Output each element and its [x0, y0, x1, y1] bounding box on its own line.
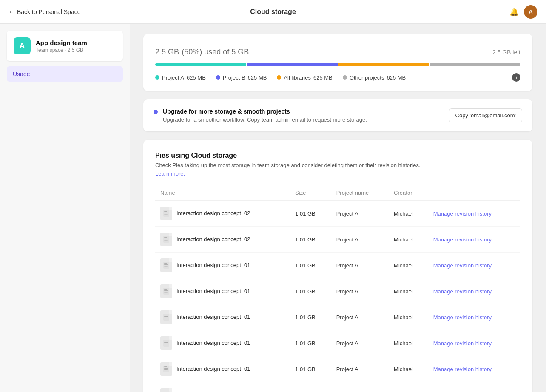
cell-action: Manage revision history — [428, 253, 520, 278]
notification-bell-icon[interactable]: 🔔 — [509, 7, 519, 17]
upgrade-banner: Upgrade for more storage & smooth projec… — [143, 99, 532, 131]
manage-revision-link[interactable]: Manage revision history — [433, 340, 492, 347]
storage-gb-value: 2.5 GB — [155, 48, 179, 56]
storage-used-text: 2.5 GB (50%) used of 5 GB — [155, 46, 249, 57]
legend-item-libraries: All libraries 625 MB — [277, 74, 332, 81]
svg-rect-1 — [164, 211, 167, 212]
sidebar-item-usage[interactable]: Usage — [7, 66, 123, 82]
svg-rect-27 — [164, 369, 168, 370]
legend-dot-libraries — [277, 75, 281, 80]
progress-segment-libraries — [338, 63, 429, 66]
table-row: Interaction design concept_01 1.01 GB Pr… — [155, 304, 520, 330]
team-sub: Team space · 2.5 GB — [36, 47, 87, 53]
manage-revision-link[interactable]: Manage revision history — [433, 314, 492, 321]
sidebar-item-usage-label: Usage — [13, 71, 30, 77]
manage-revision-link[interactable]: Manage revision history — [433, 210, 492, 217]
legend-dot-other — [343, 75, 347, 80]
main-content: 2.5 GB (50%) used of 5 GB 2.5 GB left Pr… — [130, 24, 546, 392]
pies-table-card: Pies using Cloud storage Check Pies taki… — [143, 140, 532, 392]
cell-creator: Michael — [389, 253, 428, 278]
legend-size-other: 625 MB — [387, 74, 406, 81]
svg-rect-18 — [164, 316, 168, 317]
cell-name: Interaction design — [155, 382, 290, 392]
file-icon — [160, 310, 172, 324]
cell-action: Manage revision history — [428, 330, 520, 356]
cell-size: 1.01 GB — [290, 201, 331, 227]
manage-revision-link[interactable]: Manage revision history — [433, 236, 492, 243]
storage-summary-card: 2.5 GB (50%) used of 5 GB 2.5 GB left Pr… — [143, 34, 532, 91]
file-cell: Interaction design concept_01 — [160, 284, 285, 298]
manage-revision-link[interactable]: Manage revision history — [433, 288, 492, 295]
file-svg-icon — [163, 366, 169, 372]
cell-name: Interaction design concept_02 — [155, 227, 290, 253]
team-info: App design team Team space · 2.5 GB — [36, 39, 87, 53]
progress-segment-other — [430, 63, 520, 66]
copy-email-button[interactable]: Copy 'email@email.com' — [449, 108, 522, 122]
upgrade-content: Upgrade for more storage & smooth projec… — [154, 108, 367, 123]
file-cell: Interaction design concept_02 — [160, 233, 285, 246]
header-right: 🔔 A — [509, 5, 537, 19]
cell-size: 1.01 GB — [290, 382, 331, 392]
file-name: Interaction design concept_01 — [176, 365, 250, 373]
file-cell: Interaction design concept_01 — [160, 336, 285, 350]
cell-creator: Michael — [389, 356, 428, 382]
cell-action: Manage revision history — [428, 278, 520, 304]
file-name: Interaction design concept_01 — [176, 339, 250, 347]
cell-size: 1.01 GB — [290, 253, 331, 278]
file-svg-icon — [163, 236, 169, 243]
legend-label-libraries: All libraries — [284, 74, 311, 81]
team-avatar: A — [14, 37, 31, 54]
app-header: ← Back to Personal Space Cloud storage 🔔… — [0, 0, 546, 24]
back-button[interactable]: ← Back to Personal Space — [9, 9, 80, 15]
table-header-row: Name Size Project name Creator — [155, 185, 520, 201]
svg-rect-5 — [164, 237, 167, 238]
storage-left-text: 2.5 GB left — [492, 49, 520, 56]
legend-info-icon[interactable]: i — [512, 73, 520, 82]
file-name: Interaction design concept_01 — [176, 261, 250, 269]
team-avatar-letter: A — [20, 42, 25, 51]
legend-label-project-b: Project B — [223, 74, 245, 81]
pies-table: Name Size Project name Creator — [155, 185, 520, 392]
manage-revision-link[interactable]: Manage revision history — [433, 262, 492, 269]
svg-rect-9 — [164, 263, 167, 264]
file-cell: Interaction design concept_02 — [160, 207, 285, 220]
cell-name: Interaction design concept_02 — [155, 201, 290, 227]
file-cell: Interaction design concept_01 — [160, 362, 285, 376]
svg-rect-17 — [164, 315, 167, 315]
file-svg-icon — [163, 288, 169, 295]
cell-creator: Michael — [389, 278, 428, 304]
file-icon — [160, 388, 172, 392]
main-layout: A App design team Team space · 2.5 GB Us… — [0, 24, 546, 392]
file-svg-icon — [163, 262, 169, 269]
cell-creator: Michael — [389, 201, 428, 227]
cell-size: 1.01 GB — [290, 278, 331, 304]
legend-label-other: Other projects — [350, 74, 384, 81]
storage-used-gb: 2.5 GB (50%) used of 5 GB — [155, 46, 249, 57]
table-row: Interaction design concept_02 1.01 GB Pr… — [155, 201, 520, 227]
col-size: Size — [290, 185, 331, 201]
progress-segment-project-a — [155, 63, 246, 66]
svg-rect-21 — [164, 341, 167, 341]
file-icon — [160, 284, 172, 298]
manage-revision-link[interactable]: Manage revision history — [433, 366, 492, 372]
svg-rect-6 — [164, 239, 168, 239]
table-row: Interaction design concept_01 1.01 GB Pr… — [155, 356, 520, 382]
user-avatar[interactable]: A — [524, 5, 537, 19]
legend-size-project-b: 625 MB — [248, 74, 267, 81]
cell-project: Project A — [331, 201, 389, 227]
cell-action: Manage revision history — [428, 382, 520, 392]
cell-project: Project A — [331, 304, 389, 330]
learn-more-link[interactable]: Learn more. — [155, 170, 185, 177]
table-row: Interaction design 1.01 GB Project A Mic… — [155, 382, 520, 392]
file-cell: Interaction design — [160, 388, 285, 392]
col-action — [428, 185, 520, 201]
svg-rect-14 — [164, 290, 168, 291]
svg-rect-23 — [164, 344, 168, 344]
storage-summary-row: 2.5 GB (50%) used of 5 GB 2.5 GB left — [155, 46, 520, 57]
file-cell: Interaction design concept_01 — [160, 310, 285, 324]
storage-progress-bar — [155, 63, 520, 66]
file-name: Interaction design concept_02 — [176, 236, 250, 243]
legend-item-project-a: Project A 625 MB — [155, 74, 206, 81]
cell-size: 1.01 GB — [290, 330, 331, 356]
header-left: ← Back to Personal Space — [9, 9, 80, 15]
